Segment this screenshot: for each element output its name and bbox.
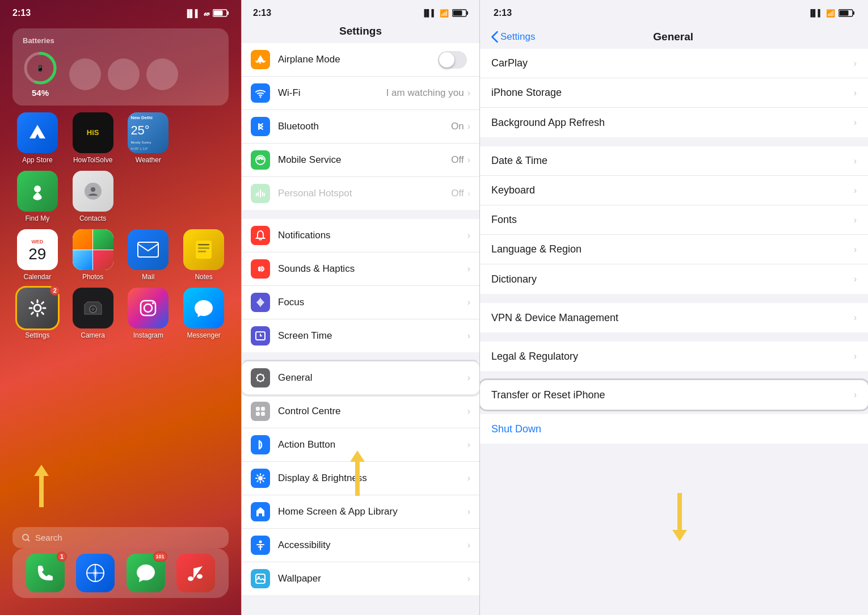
- app-camera-wrapper[interactable]: Camera: [68, 288, 118, 339]
- settings-item-homescreen[interactable]: Home Screen & App Library ›: [242, 495, 479, 529]
- app-messenger-icon[interactable]: [183, 288, 224, 328]
- app-contacts-icon[interactable]: [73, 171, 113, 212]
- home-search-bar[interactable]: Search: [12, 527, 229, 548]
- settings-item-notifications[interactable]: Notifications ›: [242, 219, 479, 252]
- home-time: 2:13: [12, 8, 31, 18]
- general-item-dictionary[interactable]: Dictionary ›: [480, 264, 868, 294]
- general-item-shutdown[interactable]: Shut Down: [480, 414, 868, 444]
- app-calendar-label: Calendar: [24, 273, 52, 281]
- general-item-iphonestg[interactable]: iPhone Storage ›: [480, 78, 868, 108]
- app-findmy-icon[interactable]: [17, 171, 58, 212]
- app-weather-icon[interactable]: New Delhi 25° Mostly Sunny H:25° L:13°: [128, 112, 168, 153]
- app-findmy-wrapper[interactable]: Find My: [12, 171, 62, 222]
- actionbutton-label: Action Button: [278, 439, 467, 450]
- general-divider-4: [480, 376, 868, 380]
- sounds-chevron: ›: [467, 264, 470, 274]
- legal-label: Legal & Regulatory: [491, 351, 854, 363]
- iphonestg-chevron: ›: [854, 88, 857, 98]
- wifi-label: Wi-Fi: [278, 87, 386, 99]
- bluetooth-label: Bluetooth: [278, 121, 451, 132]
- app-messenger-wrapper[interactable]: Messenger: [179, 288, 229, 339]
- settings-item-wallpaper[interactable]: Wallpaper ›: [242, 562, 479, 595]
- fonts-chevron: ›: [854, 215, 857, 225]
- hotspot-icon: [251, 184, 270, 203]
- sounds-label: Sounds & Haptics: [278, 263, 467, 275]
- back-button[interactable]: Settings: [491, 31, 535, 43]
- dock-phone-wrapper[interactable]: 1: [26, 554, 65, 592]
- fonts-label: Fonts: [491, 214, 854, 226]
- mobile-label: Mobile Service: [278, 154, 451, 166]
- signal-icon: ▐▌▌: [184, 9, 200, 18]
- settings-item-sounds[interactable]: Sounds & Haptics ›: [242, 252, 479, 286]
- app-appstore-icon[interactable]: [17, 112, 58, 153]
- settings-item-airplane[interactable]: Airplane Mode: [242, 43, 479, 77]
- app-weather-wrapper[interactable]: New Delhi 25° Mostly Sunny H:25° L:13° W…: [124, 112, 174, 164]
- arrow-head-up: [34, 465, 49, 476]
- focus-icon: [251, 293, 270, 312]
- iphonestg-label: iPhone Storage: [491, 87, 854, 99]
- general-item-language[interactable]: Language & Region ›: [480, 235, 868, 264]
- display-icon: [251, 469, 270, 488]
- app-calendar-icon[interactable]: WED 29: [17, 229, 58, 270]
- accessibility-icon: [251, 536, 270, 555]
- hotspot-label: Personal Hotspot: [278, 188, 451, 199]
- general-divider-3: [480, 337, 868, 342]
- app-instagram-icon[interactable]: [128, 288, 168, 328]
- app-notes-wrapper[interactable]: Notes: [179, 229, 229, 281]
- app-instagram-wrapper[interactable]: Instagram: [124, 288, 174, 339]
- signal-icon-2: ▐▌▌: [422, 9, 436, 17]
- settings-item-accessibility[interactable]: Accessibility ›: [242, 529, 479, 562]
- shutdown-label: Shut Down: [491, 423, 541, 435]
- app-mail-icon[interactable]: [128, 229, 168, 270]
- legal-chevron: ›: [854, 351, 857, 361]
- general-item-vpn[interactable]: VPN & Device Management ›: [480, 303, 868, 332]
- settings-status-icons: ▐▌▌ 📶: [422, 9, 468, 18]
- wifi-chevron: ›: [467, 88, 470, 98]
- app-appstore-wrapper[interactable]: App Store: [12, 112, 62, 164]
- transfer-arrow-shaft: [677, 493, 682, 530]
- settings-item-bluetooth[interactable]: Bluetooth On ›: [242, 110, 479, 144]
- general-status-icons: ▐▌▌ 📶: [808, 9, 854, 18]
- app-grid-row2: Find My Contacts: [12, 171, 229, 222]
- divider-1: [242, 214, 479, 219]
- app-howtoisolve-icon[interactable]: HiS: [73, 112, 113, 153]
- dock-music-wrapper[interactable]: [176, 554, 215, 592]
- svg-rect-33: [256, 407, 260, 411]
- settings-item-focus[interactable]: Focus ›: [242, 286, 479, 319]
- settings-item-wifi[interactable]: Wi-Fi I am watching you ›: [242, 77, 479, 110]
- app-howtoisolve-label: HowToiSolve: [73, 156, 112, 164]
- svg-line-20: [28, 539, 30, 541]
- general-item-bgrefresh[interactable]: Background App Refresh ›: [480, 108, 868, 137]
- app-contacts-wrapper[interactable]: Contacts: [68, 171, 118, 222]
- general-chevron: ›: [467, 373, 470, 383]
- settings-item-controlcentre[interactable]: Control Centre ›: [242, 395, 479, 428]
- settings-item-mobile[interactable]: Mobile Service Off ›: [242, 144, 479, 177]
- dock-messages-wrapper[interactable]: 101: [127, 554, 165, 592]
- settings-item-screentime[interactable]: Screen Time ›: [242, 319, 479, 352]
- app-empty: [183, 112, 224, 153]
- general-item-carplay[interactable]: CarPlay ›: [480, 49, 868, 78]
- general-item-transfer[interactable]: Transfer or Reset iPhone ›: [480, 380, 868, 410]
- app-notes-icon[interactable]: [183, 229, 224, 270]
- app-mail-wrapper[interactable]: Mail: [124, 229, 174, 281]
- general-item-datetime[interactable]: Date & Time ›: [480, 146, 868, 176]
- app-photos-wrapper[interactable]: Photos: [68, 229, 118, 281]
- general-item-fonts[interactable]: Fonts ›: [480, 205, 868, 235]
- settings-item-general[interactable]: General ›: [242, 361, 479, 395]
- dock-music-icon[interactable]: [176, 554, 215, 592]
- dock-safari-icon[interactable]: [76, 554, 115, 592]
- app-settings-wrapper[interactable]: 2 Settings: [12, 288, 62, 339]
- app-calendar-wrapper[interactable]: WED 29 Calendar: [12, 229, 62, 281]
- airplane-toggle[interactable]: [438, 51, 467, 69]
- general-group-3: VPN & Device Management ›: [480, 303, 868, 332]
- general-item-keyboard[interactable]: Keyboard ›: [480, 176, 868, 205]
- app-instagram-label: Instagram: [133, 331, 163, 339]
- airplane-icon: [251, 50, 270, 69]
- app-photos-icon[interactable]: [73, 229, 113, 270]
- general-item-legal[interactable]: Legal & Regulatory ›: [480, 342, 868, 371]
- dock-safari-wrapper[interactable]: [76, 554, 115, 592]
- app-howtoisolve-wrapper[interactable]: HiS HowToiSolve: [68, 112, 118, 164]
- settings-item-hotspot[interactable]: Personal Hotspot Off ›: [242, 177, 479, 210]
- general-label: General: [278, 372, 467, 384]
- app-camera-icon[interactable]: [73, 288, 113, 328]
